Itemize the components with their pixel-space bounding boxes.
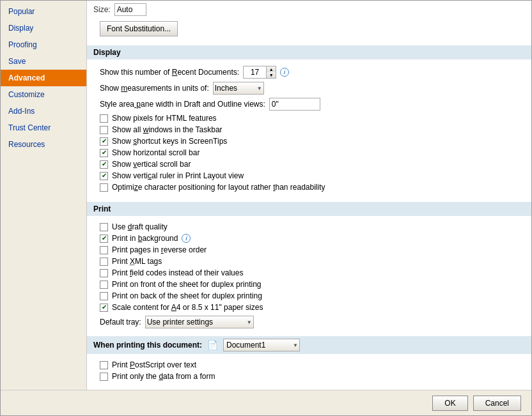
cb-form-data-box[interactable] <box>100 373 108 381</box>
sidebar-item-save[interactable]: Save <box>1 53 86 70</box>
cb-field-codes: Print field codes instead of their value… <box>100 268 519 277</box>
recent-docs-row: Show this number of Recent Documents: ▲ … <box>100 66 519 79</box>
default-tray-label: Default tray: <box>100 318 141 327</box>
cb-back-sheet: Print on back of the sheet for duplex pr… <box>100 291 519 300</box>
font-sub-area: Font Substitution... <box>87 20 531 43</box>
cb-draft-quality: Use draft quality <box>100 222 519 231</box>
default-tray-select[interactable]: Use printer settings <box>145 316 254 328</box>
cb-back-sheet-box[interactable] <box>100 292 108 300</box>
when-printing-label: When printing this document: <box>93 341 202 350</box>
dialog-body: Popular Display Proofing Save Advanced C… <box>1 1 531 390</box>
cb-horiz-scroll-label: Show horizontal scroll bar <box>112 148 199 157</box>
recent-docs-label: Show this number of Recent Documents: <box>100 68 239 77</box>
recent-docs-spinner-btns: ▲ ▼ <box>266 66 276 79</box>
cancel-button[interactable]: Cancel <box>473 396 521 411</box>
cb-shortcut-keys-box[interactable] <box>100 137 108 146</box>
cb-optimize-char-label: Optimize character positioning for layou… <box>112 183 325 192</box>
cb-form-data: Print only the data from a form <box>100 372 519 381</box>
style-area-input[interactable] <box>269 98 320 111</box>
sidebar-item-customize[interactable]: Customize <box>1 86 86 103</box>
cb-vert-scroll-box[interactable] <box>100 160 108 169</box>
cb-postscript: Print PostScript over text <box>100 360 519 369</box>
recent-docs-info-icon: i <box>280 68 289 77</box>
sidebar-item-advanced[interactable]: Advanced <box>1 70 86 86</box>
cb-scale-content: Scale content for A4 or 8.5 x 11" paper … <box>100 303 519 312</box>
cb-optimize-char: Optimize character positioning for layou… <box>100 183 519 192</box>
bottom-bar: OK Cancel <box>1 390 531 415</box>
cb-front-sheet-box[interactable] <box>100 281 108 289</box>
sidebar-item-resources[interactable]: Resources <box>1 136 86 153</box>
when-printing-section-content: Print PostScript over text Print only th… <box>87 358 531 389</box>
doc-select[interactable]: Document1 <box>223 339 300 351</box>
document-icon: 📄 <box>207 340 218 350</box>
sidebar: Popular Display Proofing Save Advanced C… <box>1 1 87 390</box>
top-truncated-area: Size: <box>87 1 531 20</box>
recent-docs-down[interactable]: ▼ <box>267 72 276 78</box>
cb-reverse-order-box[interactable] <box>100 246 108 254</box>
default-tray-row: Default tray: Use printer settings <box>100 316 519 328</box>
cb-draft-quality-box[interactable] <box>100 223 108 231</box>
sidebar-item-proofing[interactable]: Proofing <box>1 36 86 53</box>
doc-select-wrapper: Document1 <box>223 339 300 351</box>
cb-xml-tags: Print XML tags <box>100 257 519 266</box>
print-section-content: Use draft quality Print in background i … <box>87 220 531 334</box>
recent-docs-input[interactable] <box>243 66 266 79</box>
style-area-row: Style area pane width in Draft and Outli… <box>100 98 519 111</box>
cb-vert-ruler-box[interactable] <box>100 172 108 180</box>
display-section-content: Show this number of Recent Documents: ▲ … <box>87 63 531 199</box>
cb-reverse-order-label: Print pages in reverse order <box>112 245 207 254</box>
when-printing-header: When printing this document: 📄 Document1 <box>87 336 531 354</box>
cb-horiz-scroll: Show horizontal scroll bar <box>100 148 519 157</box>
cb-scale-content-box[interactable] <box>100 304 108 312</box>
recent-docs-spinner: ▲ ▼ <box>243 66 276 79</box>
recent-docs-up[interactable]: ▲ <box>267 66 276 72</box>
cb-front-sheet-label: Print on front of the sheet for duplex p… <box>112 280 261 289</box>
word-options-dialog: Popular Display Proofing Save Advanced C… <box>0 0 532 416</box>
cb-draft-quality-label: Use draft quality <box>112 222 168 231</box>
cb-form-data-label: Print only the data from a form <box>112 372 215 381</box>
cb-vert-ruler: Show vertical ruler in Print Layout view <box>100 171 519 180</box>
ok-button[interactable]: OK <box>432 396 467 411</box>
cb-scale-content-label: Scale content for A4 or 8.5 x 11" paper … <box>112 303 263 312</box>
cb-all-windows-label: Show all windows in the Taskbar <box>112 125 223 134</box>
cb-front-sheet: Print on front of the sheet for duplex p… <box>100 280 519 289</box>
style-area-label: Style area pane width in Draft and Outli… <box>100 100 265 109</box>
cb-print-background-box[interactable] <box>100 235 108 243</box>
cb-shortcut-keys-label: Show shortcut keys in ScreenTips <box>112 137 227 146</box>
cb-all-windows-box[interactable] <box>100 126 108 134</box>
measurements-label: Show measurements in units of: <box>100 84 209 93</box>
cb-back-sheet-label: Print on back of the sheet for duplex pr… <box>112 291 262 300</box>
cb-all-windows: Show all windows in the Taskbar <box>100 125 519 134</box>
measurements-row: Show measurements in units of: Inches Ce… <box>100 82 519 95</box>
cb-pixels-html-label: Show pixels for HTML features <box>112 114 217 123</box>
sidebar-item-display[interactable]: Display <box>1 20 86 36</box>
print-section-header: Print <box>87 202 531 216</box>
cb-vert-scroll-label: Show vertical scroll bar <box>112 160 191 169</box>
cb-field-codes-label: Print field codes instead of their value… <box>112 268 243 277</box>
cb-print-background-label: Print in background <box>112 234 178 243</box>
default-tray-select-wrapper: Use printer settings <box>145 316 254 328</box>
cb-vert-scroll: Show vertical scroll bar <box>100 160 519 169</box>
sidebar-item-addins[interactable]: Add-Ins <box>1 103 86 119</box>
measurements-select[interactable]: Inches Centimeters Millimeters Points Pi… <box>213 82 264 95</box>
sidebar-item-trustcenter[interactable]: Trust Center <box>1 119 86 136</box>
cb-vert-ruler-label: Show vertical ruler in Print Layout view <box>112 171 244 180</box>
cb-xml-tags-label: Print XML tags <box>112 257 162 266</box>
cb-xml-tags-box[interactable] <box>100 258 108 266</box>
cb-horiz-scroll-box[interactable] <box>100 149 108 157</box>
sidebar-item-popular[interactable]: Popular <box>1 3 86 20</box>
print-background-info-icon: i <box>182 234 191 243</box>
cb-pixels-html: Show pixels for HTML features <box>100 114 519 123</box>
cb-postscript-box[interactable] <box>100 361 108 369</box>
cb-shortcut-keys: Show shortcut keys in ScreenTips <box>100 137 519 146</box>
cb-reverse-order: Print pages in reverse order <box>100 245 519 254</box>
cb-field-codes-box[interactable] <box>100 269 108 277</box>
cb-pixels-html-box[interactable] <box>100 114 108 123</box>
font-substitution-button[interactable]: Font Substitution... <box>100 21 178 36</box>
measurements-select-wrapper: Inches Centimeters Millimeters Points Pi… <box>213 82 264 95</box>
main-content: Size: Font Substitution... Display Show … <box>87 1 531 390</box>
size-input[interactable] <box>114 3 146 16</box>
cb-optimize-char-box[interactable] <box>100 183 108 192</box>
size-label: Size: <box>93 5 111 14</box>
cb-print-background: Print in background i <box>100 234 519 243</box>
